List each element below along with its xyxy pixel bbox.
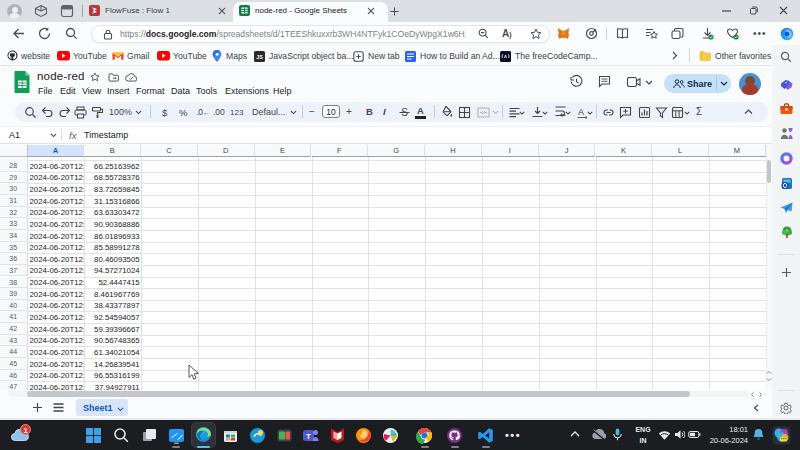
svg-text:JS: JS bbox=[256, 54, 263, 60]
svg-text:T: T bbox=[306, 432, 311, 441]
svg-text:A: A bbox=[578, 107, 584, 117]
